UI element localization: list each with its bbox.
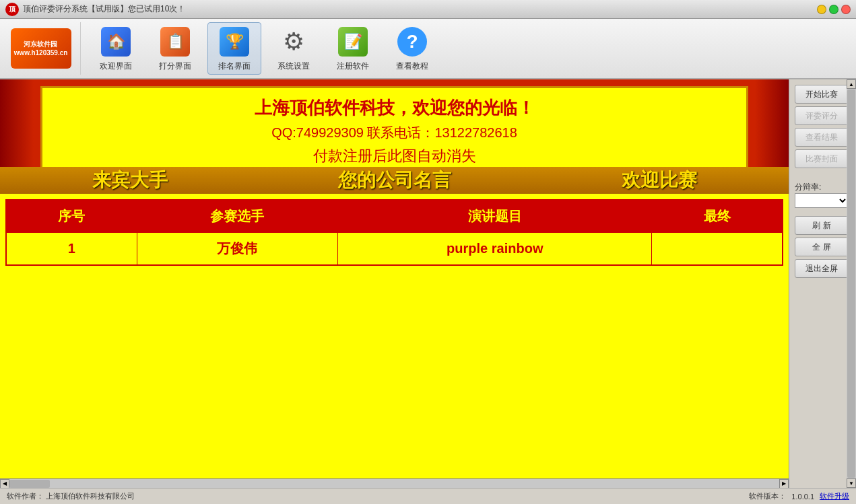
title-bar-left: 顶 顶伯评委评分系统【试用版】您已试用10次！ xyxy=(5,3,185,16)
app-logo-icon: 顶 xyxy=(5,3,19,16)
scoring-label: 打分界面 xyxy=(159,61,191,72)
main-area: 上海顶伯软件科技，欢迎您的光临！ QQ:749929309 联系电话：13122… xyxy=(0,79,856,488)
welcome-icon: 🏠 xyxy=(100,26,132,58)
ad-overlay: 上海顶伯软件科技，欢迎您的光临！ QQ:749929309 联系电话：13122… xyxy=(40,86,748,167)
status-bar: 软件作者： 上海顶伯软件科技有限公司 软件版本： 1.0.0.1 软件升级 xyxy=(0,488,856,504)
view-result-button[interactable]: 查看结果 xyxy=(795,128,849,147)
right-sidebar: 开始比赛 评委评分 查看结果 比赛封面 分辩率: 刷 新 全 屏 退出全屏 ▲ … xyxy=(789,79,856,488)
scroll-up-arrow[interactable]: ▲ xyxy=(847,79,856,89)
ad-contact: QQ:749929309 联系电话：13122782618 xyxy=(53,124,735,142)
curtain-right xyxy=(755,79,789,167)
banner-text-2: 您的公司名言 xyxy=(338,168,451,193)
maximize-button[interactable] xyxy=(829,5,838,14)
curtain-decoration: 上海顶伯软件科技，欢迎您的光临！ QQ:749929309 联系电话：13122… xyxy=(0,79,789,167)
status-right: 软件版本： 1.0.0.1 软件升级 xyxy=(749,491,849,501)
settings-icon: ⚙ xyxy=(277,26,310,58)
horizontal-scrollbar[interactable]: ◀ ▶ xyxy=(0,478,789,488)
toolbar-item-ranking[interactable]: 🏆 排名界面 xyxy=(207,22,261,75)
ratio-section: 分辩率: xyxy=(795,176,851,208)
toolbar-item-scoring[interactable]: 📋 打分界面 xyxy=(148,22,202,75)
version-label: 软件版本： xyxy=(749,491,786,501)
toolbar-item-welcome[interactable]: 🏠 欢迎界面 xyxy=(89,22,143,75)
logo-area: 河东软件园www.h120359.cn xyxy=(7,22,81,75)
toolbar-item-settings[interactable]: ⚙ 系统设置 xyxy=(267,22,321,75)
data-table: 序号 参赛选手 演讲题目 最终 1 万俊伟 purple rainbow xyxy=(5,199,783,266)
cell-score xyxy=(652,233,783,266)
refresh-button[interactable]: 刷 新 xyxy=(795,216,849,235)
toolbar-item-register[interactable]: 📝 注册软件 xyxy=(326,22,380,75)
toolbar: 河东软件园www.h120359.cn 🏠 欢迎界面 📋 打分界面 🏆 排名界面… xyxy=(0,19,856,79)
banner-text-3: 欢迎比赛 xyxy=(622,168,697,193)
register-icon: 📝 xyxy=(337,26,369,58)
logo-text: 河东软件园www.h120359.cn xyxy=(14,40,68,57)
logo-image: 河东软件园www.h120359.cn xyxy=(11,28,71,69)
cell-topic: purple rainbow xyxy=(338,233,652,266)
curtain-left xyxy=(0,79,34,167)
register-label: 注册软件 xyxy=(337,61,369,72)
match-face-button[interactable]: 比赛封面 xyxy=(795,149,849,168)
minimize-button[interactable] xyxy=(817,5,826,14)
ad-title: 上海顶伯软件科技，欢迎您的光临！ xyxy=(53,96,735,120)
ranking-icon: 🏆 xyxy=(218,26,251,58)
tutorial-icon: ? xyxy=(396,26,428,58)
scroll-thumb-v[interactable] xyxy=(847,89,855,478)
title-bar: 顶 顶伯评委评分系统【试用版】您已试用10次！ xyxy=(0,0,856,19)
scroll-left-arrow[interactable]: ◀ xyxy=(0,479,9,489)
ad-note: 付款注册后此图自动消失 xyxy=(53,146,735,166)
scroll-thumb[interactable] xyxy=(9,480,50,488)
version-number: 1.0.0.1 xyxy=(791,493,814,501)
toolbar-item-tutorial[interactable]: ? 查看教程 xyxy=(385,22,439,75)
col-header-topic: 演讲题目 xyxy=(338,200,652,233)
window-controls xyxy=(817,5,851,14)
fullscreen-button[interactable]: 全 屏 xyxy=(795,238,849,256)
content-area: 上海顶伯软件科技，欢迎您的光临！ QQ:749929309 联系电话：13122… xyxy=(0,79,789,488)
scroll-track[interactable] xyxy=(9,479,779,489)
welcome-label: 欢迎界面 xyxy=(100,61,132,72)
settings-label: 系统设置 xyxy=(277,61,310,72)
col-header-score: 最终 xyxy=(652,200,783,233)
upgrade-link[interactable]: 软件升级 xyxy=(820,491,849,501)
close-button[interactable] xyxy=(841,5,851,14)
ranking-label: 排名界面 xyxy=(218,61,251,72)
start-match-button[interactable]: 开始比赛 xyxy=(795,85,849,104)
col-header-contestant: 参赛选手 xyxy=(137,200,338,233)
cell-no: 1 xyxy=(6,233,137,266)
col-header-no: 序号 xyxy=(6,200,137,233)
author-text: 软件作者： 上海顶伯软件科技有限公司 xyxy=(7,491,135,501)
table-row: 1 万俊伟 purple rainbow xyxy=(6,233,783,266)
tutorial-label: 查看教程 xyxy=(396,61,428,72)
window-title: 顶伯评委评分系统【试用版】您已试用10次！ xyxy=(23,3,185,15)
exit-fullscreen-button[interactable]: 退出全屏 xyxy=(795,259,849,278)
scroll-down-arrow[interactable]: ▼ xyxy=(847,478,856,488)
table-header-row: 序号 参赛选手 演讲题目 最终 xyxy=(6,200,783,233)
vertical-scrollbar[interactable]: ▲ ▼ xyxy=(847,79,856,488)
judge-score-button[interactable]: 评委评分 xyxy=(795,106,849,125)
banner-strip: 来宾大手 您的公司名言 欢迎比赛 xyxy=(0,167,789,194)
banner-text-1: 来宾大手 xyxy=(92,168,168,193)
cell-contestant: 万俊伟 xyxy=(137,233,338,266)
ratio-select[interactable] xyxy=(795,193,849,208)
table-area: 序号 参赛选手 演讲题目 最终 1 万俊伟 purple rainbow xyxy=(0,194,789,478)
scroll-right-arrow[interactable]: ▶ xyxy=(779,479,789,489)
scoring-icon: 📋 xyxy=(159,26,191,58)
ratio-label: 分辩率: xyxy=(795,182,851,193)
